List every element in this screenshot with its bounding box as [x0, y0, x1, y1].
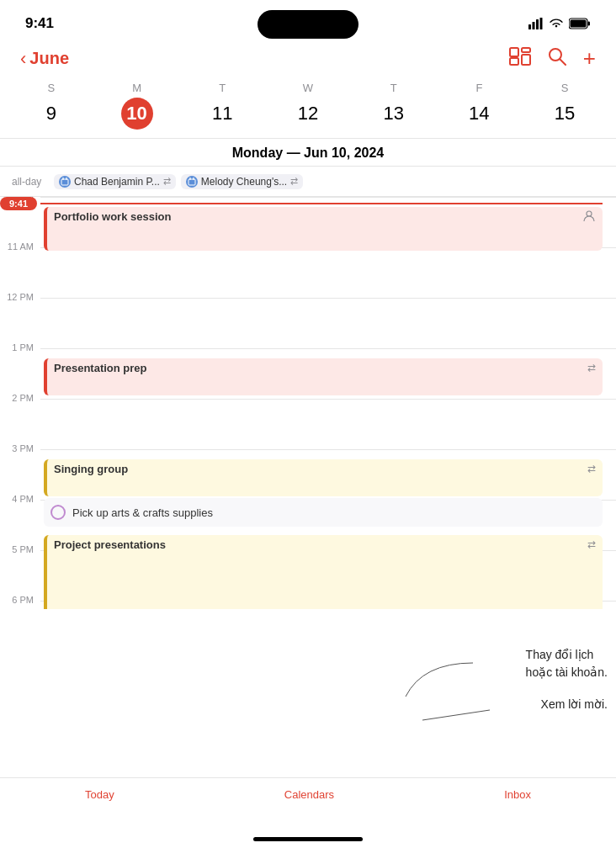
sync-icon2: ⇄	[290, 176, 298, 187]
task-pickup[interactable]: Pick up arts & crafts supplies	[44, 498, 603, 527]
allday-calendar-icon2	[186, 176, 198, 188]
day-number: 9	[35, 98, 67, 130]
time-label-4pm: 4 PM	[0, 494, 40, 504]
sync-icon: ⇄	[163, 176, 171, 187]
annotation-line-calendars	[372, 655, 473, 705]
time-label-3pm: 3 PM	[0, 443, 40, 453]
task-title-pickup: Pick up arts & crafts supplies	[72, 506, 213, 519]
attendee-icon	[582, 210, 596, 225]
svg-rect-2	[536, 19, 539, 29]
back-button[interactable]: ‹ June	[20, 49, 69, 68]
svg-rect-16	[189, 179, 195, 185]
allday-row: all-day Chad Benjamin P... ⇄ Melody Cheu…	[0, 167, 616, 197]
time-line-2pm	[40, 399, 616, 400]
time-label-2pm: 2 PM	[0, 393, 40, 403]
svg-rect-0	[528, 24, 531, 29]
allday-event-chad[interactable]: Chad Benjamin P... ⇄	[54, 174, 176, 189]
week-day-tue[interactable]: T 11	[202, 82, 242, 130]
day-number: 15	[549, 98, 581, 130]
month-label: June	[29, 49, 69, 68]
event-project[interactable]: Project presentations ⇄ 5–7PM	[44, 535, 603, 609]
sync-icon-project: ⇄	[587, 538, 596, 551]
time-label-6pm: 6 PM	[0, 595, 40, 605]
svg-rect-7	[510, 48, 518, 56]
time-line-12pm	[40, 298, 616, 299]
day-letter: W	[303, 82, 313, 94]
event-title-singing: Singing group	[54, 463, 128, 475]
event-title-presentation: Presentation prep	[54, 362, 147, 374]
week-day-fri[interactable]: F 14	[459, 82, 499, 130]
week-row: S 9 M 10 T 11 W 12 T 13 F 14 S 15	[0, 78, 616, 138]
event-presentation[interactable]: Presentation prep ⇄	[44, 358, 603, 395]
day-letter: F	[475, 82, 482, 94]
current-time-badge: 9:41	[0, 197, 37, 210]
chevron-left-icon: ‹	[20, 50, 26, 68]
svg-point-19	[587, 211, 592, 216]
allday-label: all-day	[12, 176, 47, 188]
tab-today[interactable]: Today	[85, 788, 114, 801]
task-circle-icon	[50, 505, 66, 520]
battery-icon	[569, 18, 591, 29]
svg-rect-3	[540, 18, 543, 29]
allday-event-title2: Melody Cheung's...	[201, 176, 287, 188]
event-title-portfolio: Portfolio work session	[54, 210, 171, 223]
allday-event-melody[interactable]: Melody Cheung's... ⇄	[181, 174, 303, 189]
time-row-2pm: 2 PM	[0, 399, 616, 449]
home-indicator	[253, 837, 363, 841]
annotation-text-inbox: Xem lời mời.	[541, 697, 608, 713]
week-day-sun[interactable]: S 9	[31, 82, 72, 130]
time-label-11am: 11 AM	[0, 241, 40, 252]
dynamic-island	[258, 10, 358, 39]
header-nav: ‹ June +	[0, 42, 616, 78]
current-time-indicator: 9:41	[0, 197, 603, 210]
svg-rect-13	[61, 179, 68, 185]
allday-event-title: Chad Benjamin P...	[74, 176, 160, 188]
day-letter: S	[561, 82, 569, 94]
event-singing[interactable]: Singing group ⇄	[44, 459, 603, 496]
week-day-thu[interactable]: T 13	[374, 82, 414, 130]
sync-icon-singing: ⇄	[587, 463, 596, 474]
allday-events: Chad Benjamin P... ⇄ Melody Cheung's... …	[54, 174, 604, 189]
svg-rect-1	[533, 22, 535, 29]
main-content: ‹ June + S 9	[0, 42, 616, 777]
day-number: 14	[463, 98, 495, 130]
current-time-line	[40, 203, 603, 204]
day-letter: S	[48, 82, 56, 94]
time-line-3pm	[40, 449, 616, 450]
annotation-text-calendars: Thay đổi lịchhoặc tài khoản.	[526, 646, 608, 681]
allday-calendar-icon	[59, 176, 71, 188]
svg-line-23	[422, 710, 490, 720]
signal-icon	[528, 18, 544, 29]
status-icons	[528, 18, 591, 29]
calendar-view-icon[interactable]	[509, 47, 531, 71]
time-label-5pm: 5 PM	[0, 544, 40, 554]
svg-rect-10	[522, 55, 530, 65]
week-day-sat[interactable]: S 15	[544, 82, 585, 130]
event-portfolio[interactable]: Portfolio work session	[44, 207, 603, 251]
svg-line-12	[560, 59, 566, 65]
nav-icons: +	[509, 45, 596, 72]
svg-rect-9	[522, 48, 530, 52]
day-letter: T	[219, 82, 226, 94]
date-header: Monday — Jun 10, 2024	[0, 138, 616, 167]
sync-icon-presentation: ⇄	[587, 362, 596, 374]
tab-calendars[interactable]: Calendars	[284, 788, 334, 801]
tab-inbox[interactable]: Inbox	[504, 788, 531, 801]
week-day-wed[interactable]: W 12	[288, 82, 328, 130]
time-label-12pm: 12 PM	[0, 292, 40, 302]
search-icon[interactable]	[548, 47, 566, 71]
timeline: 10 AM 11 AM 12 PM 1 PM 2 PM	[0, 197, 616, 609]
week-day-mon[interactable]: M 10	[117, 82, 157, 130]
day-letter: T	[390, 82, 397, 94]
time-label-1pm: 1 PM	[0, 342, 40, 352]
day-letter: M	[132, 82, 141, 94]
time-row-11am: 11 AM	[0, 247, 616, 298]
wifi-icon	[549, 18, 564, 29]
time-row-12pm: 12 PM	[0, 298, 616, 348]
add-event-icon[interactable]: +	[583, 45, 596, 72]
svg-rect-8	[510, 58, 518, 65]
day-number: 13	[378, 98, 410, 130]
day-number-today: 10	[121, 98, 153, 130]
svg-rect-5	[588, 22, 591, 26]
svg-rect-6	[571, 20, 587, 28]
